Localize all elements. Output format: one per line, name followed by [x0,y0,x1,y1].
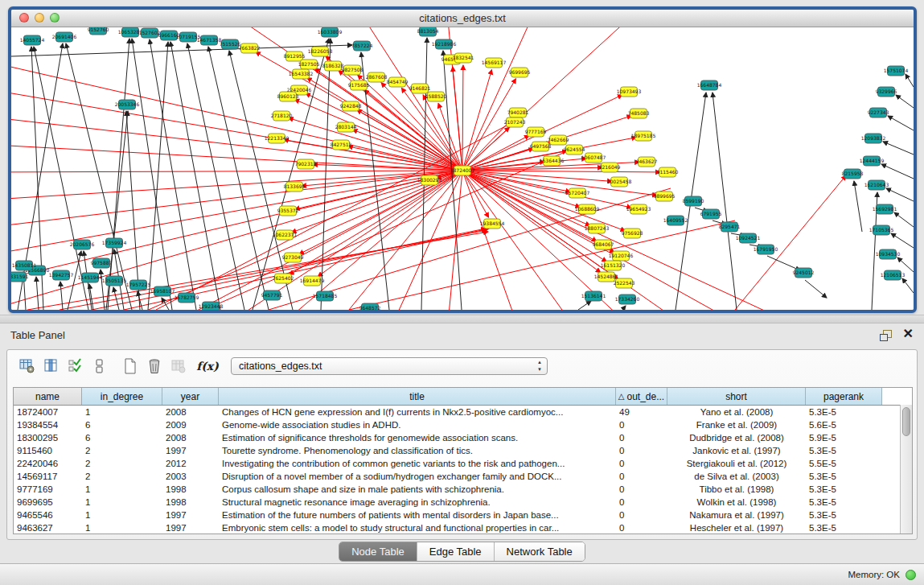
table-select-dropdown[interactable]: citations_edges.txt ▲▼ [231,357,548,375]
column-header-name[interactable]: name [14,388,82,405]
graph-node[interactable]: 10622371 [273,230,298,240]
graph-node[interactable]: 8295471 [719,222,741,232]
graph-node[interactable]: 16033809 [318,27,343,37]
graph-node[interactable]: 8454749 [387,77,409,87]
graph-node[interactable]: 2803144 [335,122,357,132]
graph-node[interactable]: 15720407 [565,188,590,198]
graph-node[interactable]: 9624554 [564,145,585,154]
tab-edge-table[interactable]: Edge Table [417,542,495,561]
graph-node[interactable]: 14569117 [482,58,507,68]
black-edge[interactable] [888,116,914,130]
table-vertical-scrollbar[interactable] [900,405,912,534]
graph-node[interactable]: 8186328 [322,61,344,71]
tab-network-table[interactable]: Network Table [495,542,585,561]
graph-node[interactable]: 17359924 [102,238,127,248]
graph-node[interactable]: 7515526 [220,39,241,49]
table-row[interactable]: 1456911722003Disruption of a novel membe… [14,470,912,483]
black-edge[interactable] [148,42,168,310]
table-row[interactable]: 2242004622012Investigating the contribut… [14,457,912,470]
graph-node[interactable]: 17957225 [126,280,151,290]
column-header-pagerank[interactable]: pagerank [806,388,882,405]
graph-node[interactable]: 18975185 [631,131,656,141]
black-edge[interactable] [805,280,827,298]
graph-node[interactable]: 7902313 [295,159,317,169]
graph-node[interactable]: 13942757 [49,270,74,280]
black-edge[interactable] [896,95,914,108]
black-edge[interactable] [883,142,914,154]
black-edge[interactable] [36,277,39,310]
graph-node[interactable]: 15751074 [884,66,909,76]
graph-node[interactable]: 2718120 [271,111,293,121]
graph-node[interactable]: 9146821 [409,84,431,93]
table-row[interactable]: 1830029562008Estimation of significance … [14,431,912,444]
graph-node[interactable]: 13505135 [102,276,127,286]
black-edge[interactable] [713,93,737,310]
black-edge[interactable] [66,43,132,310]
graph-node[interactable]: 7940281 [507,108,529,117]
graph-node[interactable]: 1588520 [425,92,447,101]
graph-node[interactable]: 16648784 [697,80,722,90]
close-panel-icon[interactable]: ✕ [903,327,914,341]
close-window-button[interactable] [19,13,29,23]
black-edge[interactable] [60,282,63,310]
graph-node[interactable]: 10607487 [581,153,606,163]
black-edge[interactable] [622,306,626,310]
graph-node[interactable]: 9175685 [348,80,370,90]
panel-splitter[interactable] [0,315,924,323]
black-edge[interactable] [881,164,914,179]
red-edge[interactable] [462,171,612,181]
graph-node[interactable]: 16409552 [663,216,688,225]
graph-node[interactable]: 6791955 [700,209,722,219]
graph-node[interactable]: 20206576 [70,240,95,249]
graph-node[interactable]: 8215958 [842,169,864,179]
black-edge[interactable] [321,39,331,310]
graph-node[interactable]: 8133695 [284,182,306,192]
graph-node[interactable]: 18807243 [585,224,610,233]
graph-node[interactable]: 8427512 [331,140,352,150]
graph-node[interactable]: 2107243 [504,117,526,127]
network-graph[interactable]: 1405572420691406915276010653287152760269… [11,27,914,310]
graph-node[interactable]: 9756928 [622,229,643,238]
graph-node[interactable]: 10973493 [617,87,642,97]
black-edge[interactable] [894,212,914,227]
graph-node[interactable]: 16782759 [175,293,199,303]
graph-node[interactable]: 10924521 [736,233,761,243]
graph-node[interactable]: 1827505 [298,60,320,69]
column-header-out_de[interactable]: △out_de... [616,388,667,405]
graph-node[interactable]: 7485083 [628,109,650,118]
delete-table-icon[interactable] [166,355,191,377]
graph-node[interactable]: 15136141 [581,291,606,301]
red-edge[interactable] [462,27,655,171]
graph-node[interactable]: 2867608 [366,72,388,82]
table-row[interactable]: 969969511998Structural magnetic resonanc… [14,496,912,509]
black-edge[interactable] [767,256,800,270]
black-edge[interactable] [150,39,196,310]
table-row[interactable]: 946554611997Estimation of the future num… [14,509,912,521]
new-column-icon[interactable] [118,355,142,377]
show-columns-icon[interactable] [39,355,64,377]
graph-node[interactable]: 16210643 [864,180,889,190]
graph-node[interactable]: 18226058 [308,47,333,56]
graph-node[interactable]: 9115460 [657,167,679,177]
graph-node[interactable]: 7663822 [239,43,261,53]
graph-node[interactable]: 9152760 [88,27,109,35]
graph-node[interactable]: 9684067 [593,240,614,249]
red-edge[interactable] [11,144,462,171]
red-edge[interactable] [462,171,660,172]
graph-node[interactable]: 10688609 [575,204,600,214]
graph-node[interactable]: 20053346 [115,100,140,109]
red-edge[interactable] [27,232,488,310]
graph-node[interactable]: 17334260 [615,295,640,304]
window-titlebar[interactable]: citations_edges.txt [11,10,914,27]
red-edge[interactable] [462,127,509,171]
minimize-window-button[interactable] [35,13,44,23]
graph-node[interactable]: 16791950 [754,245,778,254]
graph-node[interactable]: 9227343 [868,108,889,117]
red-edge[interactable] [156,124,510,310]
graph-node[interactable]: 9242848 [340,101,362,111]
table-row[interactable]: 911546021997Tourette syndrome. Phenomeno… [14,444,912,457]
graph-node[interactable]: 19120746 [609,251,634,261]
graph-node[interactable]: 9463627 [636,157,658,167]
table-mode-icon[interactable] [15,355,39,377]
graph-node[interactable]: 9331591 [11,272,29,282]
